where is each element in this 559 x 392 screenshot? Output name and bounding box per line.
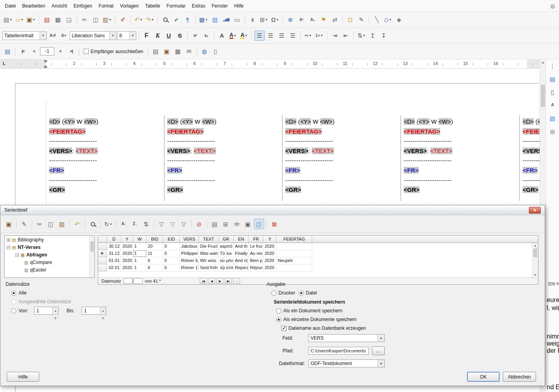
scroll-down-icon[interactable]: ▼ [532,272,538,277]
tree-item-abfragen[interactable]: − ▦ Abfragen [5,251,94,258]
all-records-label[interactable]: Alle [19,290,27,296]
insert-endnote-icon[interactable]: A₂ [307,15,318,25]
row-header[interactable] [98,264,107,272]
apply-filter-icon[interactable]: ▽ [168,219,178,229]
paragraph-style-combo[interactable]: Tabelleninhalt▼ [2,31,47,40]
close-data-source-icon[interactable]: ⊠ [269,219,280,229]
cell[interactable]: 2020 [121,250,133,257]
align-center-icon[interactable]: ☰ [265,31,276,41]
styles-icon[interactable]: A [548,100,557,110]
cell[interactable]: Wir wiss [199,257,219,264]
close-icon[interactable]: ✕ [529,207,541,214]
column-header-y[interactable]: Y [263,236,277,243]
field-combo[interactable]: VERS ▼ [309,334,385,342]
cell[interactable]: 2020 [263,250,277,257]
cell[interactable]: 6 [147,257,163,264]
printer-radio[interactable] [271,291,277,296]
sort-icon[interactable]: ⇅ [141,219,151,229]
cross-reference-icon[interactable]: ⇄ [330,15,340,25]
cut-icon[interactable]: ✂ [34,219,45,229]
align-right-icon[interactable]: ☰ [277,31,287,41]
insert-footnote-icon[interactable]: A¹ [296,15,307,25]
previous-record-button[interactable]: ◀ [208,278,215,284]
save-icon[interactable]: ▣▼ [25,15,36,25]
cell[interactable]: 2020 [263,264,277,272]
menu-hilfe[interactable]: Hilfe [231,1,247,11]
insert-chart-icon[interactable]: ▂▅▇ [221,15,231,25]
scrollbar-thumb[interactable] [533,249,537,257]
cell[interactable]: Seid fröh [199,264,219,272]
spin-up-icon[interactable]: ▲ [100,307,106,315]
row-header[interactable] [98,257,107,264]
file-format-combo[interactable]: ODF-Textdokument ▼ [309,359,385,367]
new-style-icon[interactable]: A+ [59,31,69,41]
sort-descending-icon[interactable]: Z↓ [130,219,140,229]
line-spacing-icon[interactable]: ⇅▼ [356,31,367,41]
tree-item-qeaster[interactable]: ▥ qEaster [5,266,94,273]
cell[interactable]: Neujahr [277,257,312,264]
column-header-bid[interactable]: BID [147,236,163,243]
strikethrough-icon[interactable]: S [175,31,185,41]
cell[interactable] [277,243,312,250]
export-pdf-icon[interactable]: ▤ [42,15,52,25]
first-record-button[interactable]: |◀ [200,278,207,284]
decrease-indent-icon[interactable]: ⇤ [341,31,351,41]
clone-formatting-icon[interactable]: ✐ [118,15,128,25]
cell[interactable]: And n( [234,257,249,264]
undo-icon[interactable]: ↶ [72,219,82,229]
insert-table-icon[interactable]: ▦▼ [198,15,209,25]
from-records-radio[interactable] [11,308,16,314]
find-record-icon[interactable] [88,219,98,229]
subscript-icon[interactable]: x₂ [201,31,212,41]
table-row[interactable]: 30.1220201200JakobusDie FruclκαρπόAnd th… [98,243,538,250]
cell[interactable]: Philipper [180,250,199,257]
individual-documents-label[interactable]: Als einzelne Dokumente speichern [283,317,357,322]
cell[interactable]: And th [234,243,249,250]
font-size-combo[interactable]: 8▼ [117,31,136,40]
row-header[interactable]: ▶ [98,250,107,257]
basic-shapes-icon[interactable]: ◇▼ [383,15,393,25]
to-record-input[interactable]: 1 ▲▼ [82,307,106,315]
tree-item-qcompare[interactable]: ▥ qCompare [5,258,94,266]
menu-datei[interactable]: Datei [2,1,19,11]
formatting-marks-icon[interactable]: ¶ [182,15,193,25]
cell[interactable]: 6 [147,264,163,272]
cell[interactable]: οὐ μόν [219,257,234,264]
cell[interactable]: τῷ ἐλπ [219,264,234,272]
print-preview-icon[interactable]: ◲ [64,15,74,25]
column-header-vers[interactable]: VERS [180,236,199,243]
highlighting-color-icon[interactable]: A▼ [239,31,249,41]
undo-icon[interactable]: ↶▼ [133,15,144,25]
from-record-input[interactable]: 1 ▲▼ [34,307,59,315]
column-header-text[interactable]: TEXT [199,236,219,243]
cell[interactable]: 30.12 [107,243,121,250]
superscript-icon[interactable]: x² [190,31,200,41]
column-header-d[interactable]: D [107,236,121,243]
tab-stop-selector[interactable]: L [3,61,6,66]
menu-ansicht[interactable]: Ansicht [48,1,70,11]
merge-label-cell[interactable]: <D> (<Y> W <W>) <FEIERTAG> -------------… [519,116,540,202]
page-break-icon[interactable]: ↡ [248,15,258,25]
tree-item-nt-verses[interactable]: − ▤ NT-Verses [5,243,94,251]
page-deck-icon[interactable]: ▯ [548,87,557,97]
paste-icon[interactable]: ▥▼ [101,15,113,25]
cell[interactable]: 31.12 [107,250,121,257]
dialog-titlebar[interactable]: Serienbrief ✕ [0,205,545,215]
to-label[interactable]: Bis: [67,308,74,314]
chevron-down-icon[interactable]: ▼ [378,360,384,367]
table-row[interactable]: 01.012020160Römer 5,Wir wissοὐ μόνAnd n(… [98,257,538,264]
ok-button[interactable]: OK [467,372,500,382]
para-space-increase-icon[interactable]: ↥ [368,31,378,41]
hyperlink-icon[interactable]: ⊕ [285,15,296,25]
scroll-up-icon[interactable]: ▲ [540,59,546,65]
standard-filter-icon[interactable]: ▽ [179,219,189,229]
cell[interactable]: Bien p [249,257,263,264]
merge-documents-icon[interactable]: ▤ [2,46,13,57]
insert-image-icon[interactable]: ▧ [210,15,220,25]
cell[interactable]: 1 [133,250,147,257]
column-header-en[interactable]: EN [234,236,249,243]
draw-functions-icon[interactable]: ◈ [394,15,404,25]
scrollbar-thumb[interactable] [541,85,545,107]
new-record-button[interactable]: + [233,278,240,284]
menu-einfgen[interactable]: Einfügen [70,1,95,11]
